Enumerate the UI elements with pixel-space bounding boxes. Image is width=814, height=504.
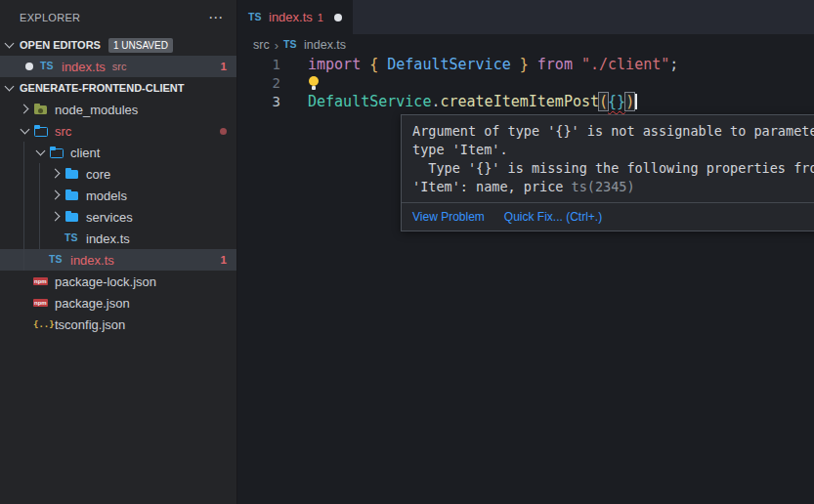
- tree-item-label: services: [86, 210, 133, 225]
- code-token: }: [520, 56, 529, 73]
- tree-item-package.json[interactable]: package.json: [0, 292, 236, 314]
- unsaved-badge: 1 UNSAVED: [108, 38, 173, 53]
- code-token: DefaultService: [387, 56, 510, 73]
- code-token: [511, 56, 520, 73]
- tooltip-message-line: Argument of type '{}' is not assignable …: [412, 122, 814, 141]
- modified-dot-icon: [220, 128, 227, 135]
- npm-icon: [33, 295, 49, 311]
- code-token: from: [537, 56, 573, 73]
- braces-icon: [33, 316, 49, 332]
- breadcrumb-item-src[interactable]: src: [253, 38, 270, 52]
- tree-item-label: node_modules: [55, 103, 138, 117]
- tree-item-models[interactable]: models: [0, 185, 236, 206]
- open-editor-file-description: src: [112, 61, 127, 72]
- code-token: (: [599, 93, 608, 110]
- tree-item-label: package.json: [55, 296, 130, 311]
- tooltip-quick-fix-link[interactable]: Quick Fix... (Ctrl+.): [504, 210, 602, 224]
- tab-dirty-icon[interactable]: [334, 14, 342, 21]
- code-token: "./client": [581, 56, 669, 73]
- tree-item-tsconfig.json[interactable]: tsconfig.json: [0, 314, 236, 335]
- npm-icon: [33, 273, 49, 289]
- tree-item-package-lock.json[interactable]: package-lock.json: [0, 271, 236, 292]
- lightbulb-icon[interactable]: [308, 75, 321, 91]
- tree-item-label: models: [86, 189, 127, 203]
- tab-index-ts[interactable]: index.ts 1: [237, 0, 353, 34]
- code-token: import: [308, 56, 369, 73]
- tooltip-text: Type '{}' is missing the following prope…: [412, 160, 814, 176]
- code-token: DefaultService: [308, 93, 431, 110]
- code-line[interactable]: 2: [237, 74, 814, 93]
- code-token: {}: [608, 93, 625, 110]
- cursor-caret: [635, 94, 637, 109]
- tree-item-label: package-lock.json: [55, 274, 156, 289]
- tree-item-label: src: [55, 124, 71, 139]
- tree-item-node_modules[interactable]: node_modules: [0, 99, 236, 120]
- explorer-header: EXPLORER ⋯: [0, 0, 236, 34]
- tree-item-label: tsconfig.json: [55, 317, 125, 332]
- tree-item-label: core: [86, 167, 110, 182]
- chevron-right-icon: [18, 102, 33, 117]
- package-emblem: [38, 108, 43, 113]
- tooltip-text: Argument of type '{}' is not assignable …: [412, 123, 814, 139]
- tooltip-text: type 'Item'.: [412, 142, 508, 157]
- chevron-down-icon: [2, 37, 18, 53]
- breadcrumb-separator: ›: [275, 38, 278, 53]
- folder-open-icon: [49, 145, 64, 160]
- tab-error-count: 1: [318, 12, 323, 23]
- chevron-right-icon: [49, 209, 64, 225]
- file-tree: node_modulessrcclientcoremodelsservicesi…: [0, 99, 236, 335]
- indent-guide: [23, 142, 24, 271]
- code-line[interactable]: 3DefaultService.createItemItemPost({}): [237, 93, 814, 111]
- code-text: [308, 74, 321, 93]
- code-line[interactable]: 1import { DefaultService } from "./clien…: [237, 56, 814, 74]
- typescript-file-icon: [40, 59, 56, 74]
- tree-item-label: index.ts: [86, 231, 130, 246]
- chevron-right-icon: [49, 188, 64, 203]
- tree-item-services[interactable]: services: [0, 206, 236, 228]
- code-area[interactable]: 1import { DefaultService } from "./clien…: [237, 56, 814, 111]
- chevron-down-icon: [2, 80, 18, 96]
- tree-item-index.ts[interactable]: index.ts: [0, 228, 236, 249]
- line-number: 1: [237, 56, 308, 74]
- tree-item-client[interactable]: client: [0, 142, 236, 163]
- folder-open-icon: [33, 123, 49, 139]
- typescript-file-icon: [283, 37, 297, 53]
- breadcrumb-item-file[interactable]: index.ts: [304, 38, 346, 52]
- tooltip-message-line: type 'Item'.: [412, 141, 814, 159]
- tooltip-view-problem-link[interactable]: View Problem: [412, 210, 485, 224]
- error-count-badge: 1: [221, 61, 227, 72]
- tree-item-label: index.ts: [70, 253, 114, 268]
- typescript-file-icon: [248, 10, 264, 25]
- tree-item-index.ts[interactable]: index.ts1: [0, 249, 236, 271]
- tree-item-core[interactable]: core: [0, 163, 236, 185]
- code-token: [529, 56, 537, 73]
- tab-label: index.ts: [269, 10, 313, 24]
- folder-icon: [64, 166, 80, 182]
- tooltip-error-code: ts(2345): [572, 179, 635, 194]
- folder-icon: [64, 209, 80, 225]
- folder-node-icon: [33, 102, 49, 117]
- tooltip-message-line: 'Item': name, price ts(2345): [412, 178, 814, 196]
- editor-tabbar: index.ts 1: [237, 0, 814, 34]
- open-editors-label: OPEN EDITORS: [20, 39, 101, 51]
- tooltip-text: 'Item': name, price: [412, 179, 572, 194]
- tree-item-src[interactable]: src: [0, 120, 236, 142]
- workspace-label: GENERATE-FRONTEND-CLIENT: [20, 82, 184, 94]
- workspace-header[interactable]: GENERATE-FRONTEND-CLIENT: [0, 77, 236, 99]
- open-editors-header[interactable]: OPEN EDITORS 1 UNSAVED: [0, 34, 236, 56]
- code-token: {: [369, 56, 378, 73]
- indent-guide: [39, 163, 40, 249]
- line-number: 2: [237, 74, 308, 93]
- code-token: [573, 56, 581, 73]
- more-actions-icon[interactable]: ⋯: [208, 10, 223, 24]
- chevron-down-icon: [18, 123, 33, 139]
- code-token: [378, 56, 387, 73]
- breadcrumb: src › index.ts: [237, 34, 814, 56]
- dirty-dot-icon[interactable]: [25, 63, 33, 70]
- chevron-right-icon: [49, 166, 64, 182]
- chevron-down-icon: [33, 145, 49, 160]
- line-number: 3: [237, 93, 308, 111]
- open-editor-item-index-ts[interactable]: index.ts src 1: [0, 56, 236, 77]
- error-tooltip: Argument of type '{}' is not assignable …: [401, 114, 814, 231]
- code-text: import { DefaultService } from "./client…: [308, 56, 678, 74]
